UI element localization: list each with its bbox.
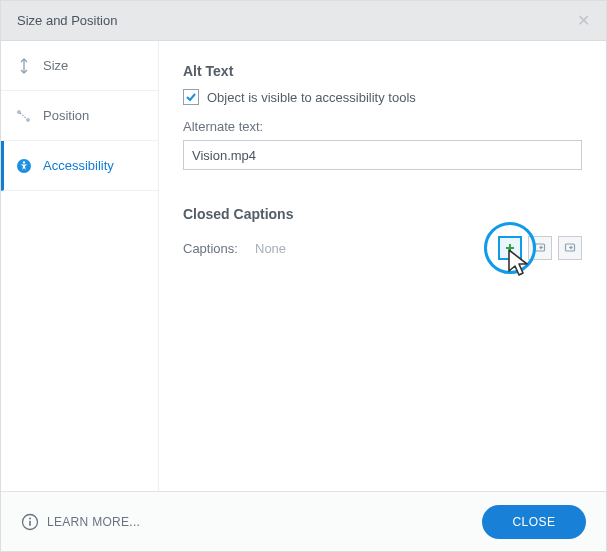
check-icon	[185, 91, 197, 103]
learn-more-label: LEARN MORE...	[47, 515, 140, 529]
sidebar: Size Position Accessibility	[1, 41, 159, 491]
tab-size-label: Size	[43, 58, 68, 73]
size-position-dialog: Size and Position ✕ Size Position Acc	[0, 0, 607, 552]
close-button[interactable]: CLOSE	[482, 505, 586, 539]
caption-buttons	[498, 236, 582, 260]
visible-checkbox-row: Object is visible to accessibility tools	[183, 89, 582, 105]
import-icon	[534, 242, 546, 254]
info-icon	[21, 513, 39, 531]
import-caption-button[interactable]	[528, 236, 552, 260]
svg-point-3	[23, 161, 25, 163]
dialog-title: Size and Position	[17, 13, 117, 28]
alt-text-heading: Alt Text	[183, 63, 582, 79]
export-caption-button[interactable]	[558, 236, 582, 260]
content-panel: Alt Text Object is visible to accessibil…	[159, 41, 606, 491]
add-caption-button[interactable]	[498, 236, 522, 260]
titlebar: Size and Position ✕	[1, 1, 606, 41]
tab-position-label: Position	[43, 108, 89, 123]
captions-value: None	[255, 241, 286, 256]
alt-text-label: Alternate text:	[183, 119, 582, 134]
tab-accessibility-label: Accessibility	[43, 158, 114, 173]
captions-label: Captions:	[183, 241, 255, 256]
tab-size[interactable]: Size	[1, 41, 158, 91]
svg-point-1	[27, 118, 29, 120]
close-icon[interactable]: ✕	[577, 11, 590, 30]
size-icon	[15, 58, 33, 74]
tab-position[interactable]: Position	[1, 91, 158, 141]
svg-point-0	[18, 110, 20, 112]
closed-captions-heading: Closed Captions	[183, 206, 582, 222]
accessibility-icon	[15, 158, 33, 174]
tab-accessibility[interactable]: Accessibility	[1, 141, 158, 191]
footer: LEARN MORE... CLOSE	[1, 491, 606, 551]
dialog-body: Size Position Accessibility Alt Text	[1, 41, 606, 491]
captions-row: Captions: None	[183, 236, 582, 260]
svg-rect-8	[29, 520, 31, 525]
visible-checkbox-label: Object is visible to accessibility tools	[207, 90, 416, 105]
svg-point-7	[29, 517, 31, 519]
alt-text-input[interactable]	[183, 140, 582, 170]
plus-icon	[504, 242, 516, 254]
position-icon	[15, 109, 33, 123]
visible-checkbox[interactable]	[183, 89, 199, 105]
export-icon	[564, 242, 576, 254]
learn-more-link[interactable]: LEARN MORE...	[21, 513, 140, 531]
